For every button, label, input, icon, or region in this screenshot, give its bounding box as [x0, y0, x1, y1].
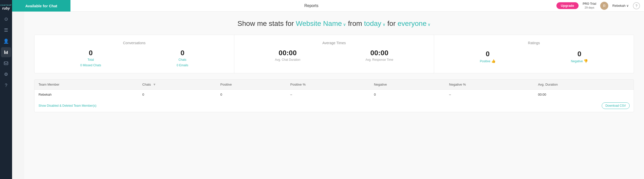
sidebar-item-chat[interactable]: ☰ [1, 25, 11, 35]
table-footer: Show Disabled & Deleted Team Member(s) D… [34, 99, 634, 112]
chat-status-label: Available for Chat [25, 4, 57, 8]
main-content: Show me stats for Website Name from toda… [24, 12, 644, 179]
user-name[interactable]: Rebekah ∨ [612, 4, 629, 8]
help-button[interactable]: ? [633, 2, 640, 9]
col-negative-pct: Negative % [445, 80, 534, 90]
upgrade-button[interactable]: Upgrade [556, 2, 579, 9]
negative-rating-label: Negative 👎 [571, 59, 588, 63]
cell-negative-pct: – [445, 90, 534, 100]
topbar: Available for Chat Reports Upgrade PRO T… [0, 0, 644, 12]
chat-duration-label: Avg. Chat Duration [275, 58, 300, 62]
download-csv-button[interactable]: Download CSV [602, 102, 630, 109]
sidebar-item-settings[interactable]: ⚙ [1, 69, 11, 79]
total-label: Total [80, 58, 101, 62]
summary-row: Conversations 0 Total 0 Missed Chats 0 C… [34, 35, 634, 73]
cell-negative: 0 [370, 90, 445, 100]
sidebar: CHATSUP ruby ⊙ ☰ 👤 ⚙ ? [0, 0, 12, 179]
cell-positive: 0 [216, 90, 286, 100]
table-header-row: Team Member Chats ▼ Positive Positive % … [34, 80, 634, 90]
sidebar-item-contacts[interactable]: 👤 [1, 36, 11, 46]
sort-arrow-icon: ▼ [153, 83, 156, 86]
col-chats[interactable]: Chats ▼ [138, 80, 216, 90]
negative-rating-metric: 0 Negative 👎 [571, 50, 588, 63]
response-time-label: Avg. Response Time [365, 58, 393, 62]
topbar-actions: Upgrade PRO Trial 29 days R Rebekah ∨ ? [552, 0, 644, 12]
col-team-member: Team Member [34, 80, 138, 90]
chat-duration-value: 00:00 [275, 49, 300, 57]
missed-chats: 0 Missed Chats [80, 64, 101, 67]
emails: 0 Emails [177, 64, 188, 67]
cell-avg-duration: 00:00 [534, 90, 634, 100]
logo-bottom-text: ruby [2, 6, 10, 10]
pro-trial-info: PRO Trial 29 days [583, 2, 596, 10]
chat-duration-metric: 00:00 Avg. Chat Duration [275, 49, 300, 62]
svg-rect-0 [4, 62, 8, 65]
ratings-card: Ratings 0 Positive 👍 0 Negative 👎 [434, 35, 634, 73]
show-disabled-button[interactable]: Show Disabled & Deleted Team Member(s) [39, 104, 96, 107]
positive-rating-label: Positive 👍 [480, 59, 496, 63]
chats-label: Chats [177, 58, 188, 62]
cell-positive-pct: – [286, 90, 370, 100]
col-negative: Negative [370, 80, 445, 90]
chats-metric: 0 Chats 0 Emails [177, 49, 188, 67]
website-filter[interactable]: Website Name [296, 20, 346, 27]
page-title: Reports [70, 0, 552, 12]
positive-rating-value: 0 [480, 50, 496, 58]
col-positive-pct: Positive % [286, 80, 370, 90]
avatar: R [600, 2, 608, 10]
sidebar-item-reports[interactable] [1, 47, 11, 57]
col-avg-duration: Avg. Duration [534, 80, 634, 90]
positive-rating-metric: 0 Positive 👍 [480, 50, 496, 63]
total-value: 0 [80, 49, 101, 57]
col-positive: Positive [216, 80, 286, 90]
negative-rating-value: 0 [571, 50, 588, 58]
thumbs-up-icon: 👍 [491, 59, 496, 63]
response-time-value: 00:00 [365, 49, 393, 57]
audience-filter[interactable]: everyone [398, 20, 431, 27]
ratings-title: Ratings [442, 41, 626, 45]
sidebar-item-inbox[interactable] [1, 58, 11, 68]
chats-value: 0 [177, 49, 188, 57]
app-logo: CHATSUP ruby [1, 2, 11, 12]
team-table: Team Member Chats ▼ Positive Positive % … [34, 79, 634, 112]
thumbs-down-icon: 👎 [584, 59, 588, 63]
average-times-title: Average Times [242, 41, 426, 45]
table-row: Rebekah 0 0 – 0 – 00:00 [34, 90, 634, 100]
conversations-title: Conversations [43, 41, 226, 45]
response-time-metric: 00:00 Avg. Response Time [365, 49, 393, 62]
total-metric: 0 Total 0 Missed Chats [80, 49, 101, 67]
date-filter[interactable]: today [364, 20, 386, 27]
stats-filter-header: Show me stats for Website Name from toda… [34, 20, 634, 28]
average-times-card: Average Times 00:00 Avg. Chat Duration 0… [234, 35, 434, 73]
logo-top-text: CHATSUP [0, 4, 12, 6]
cell-team-member: Rebekah [34, 90, 138, 100]
conversations-card: Conversations 0 Total 0 Missed Chats 0 C… [34, 35, 234, 73]
sidebar-item-home[interactable]: ⊙ [1, 14, 11, 24]
sidebar-item-help[interactable]: ? [1, 80, 11, 90]
cell-chats: 0 [138, 90, 216, 100]
